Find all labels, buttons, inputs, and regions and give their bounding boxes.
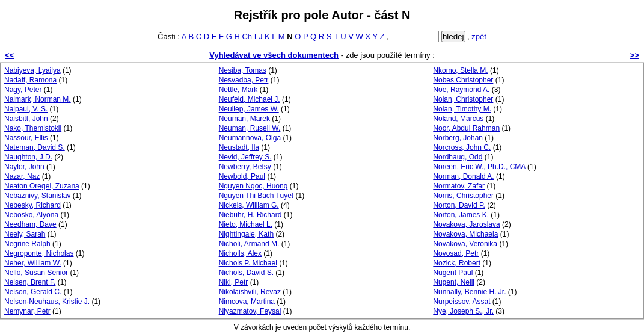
author-link[interactable]: Nozick, Robert: [433, 259, 480, 267]
author-link[interactable]: Nadaff, Ramona: [4, 76, 57, 84]
author-link[interactable]: Nabiyeva, Lyailya: [4, 66, 61, 75]
part-link-S[interactable]: S: [327, 32, 332, 41]
part-link-W[interactable]: W: [355, 32, 363, 41]
part-link-V[interactable]: V: [348, 32, 354, 41]
author-link[interactable]: Noreen, Eric W., Ph.D., CMA: [433, 162, 525, 171]
author-link[interactable]: Normatov, Zafar: [433, 182, 485, 190]
part-link-R[interactable]: R: [319, 32, 324, 41]
author-link[interactable]: Nguyen Ngoc, Huong: [219, 182, 288, 190]
author-link[interactable]: Neely, Sarah: [4, 230, 45, 238]
author-link[interactable]: Neaton Oregel, Zuzana: [4, 182, 79, 190]
part-link-Ch[interactable]: Ch: [242, 32, 252, 41]
author-link[interactable]: Neustadt, Ila: [219, 143, 259, 152]
part-link-N[interactable]: N: [287, 32, 292, 41]
author-link[interactable]: Naylor, John: [4, 162, 44, 171]
author-link[interactable]: Novosad, Petr: [433, 249, 479, 258]
part-link-U[interactable]: U: [340, 32, 346, 41]
author-link[interactable]: Nako, Themistokli: [4, 124, 61, 132]
author-link[interactable]: Nebesky, Richard: [4, 201, 61, 209]
author-link[interactable]: Norman, Donald A.: [433, 172, 494, 181]
search-button[interactable]: hledej: [441, 31, 465, 42]
part-link-G[interactable]: G: [226, 32, 232, 41]
author-link[interactable]: Nelson, Gerald C.: [4, 288, 61, 296]
part-link-C[interactable]: C: [196, 32, 201, 41]
author-link[interactable]: Nichols, David S.: [219, 268, 274, 277]
author-link[interactable]: Nassour, Ellis: [4, 134, 48, 142]
author-link[interactable]: Norton, James K.: [433, 211, 489, 219]
next-link[interactable]: >>: [630, 51, 639, 60]
author-link[interactable]: Nobes Christopher: [433, 76, 493, 84]
author-link[interactable]: Nesvadba, Petr: [219, 76, 269, 84]
author-link[interactable]: Norton, David P.: [433, 201, 485, 209]
part-link-M[interactable]: M: [278, 32, 285, 41]
author-link[interactable]: Neuman, Marek: [219, 114, 270, 123]
author-link[interactable]: Nemynar, Petr: [4, 307, 51, 315]
part-link-X[interactable]: X: [365, 32, 370, 41]
part-link-P[interactable]: P: [303, 32, 308, 41]
author-link[interactable]: Neufeld, Michael J.: [219, 95, 280, 104]
author-link[interactable]: Negroponte, Nicholas: [4, 249, 73, 258]
prev-link[interactable]: <<: [5, 51, 14, 60]
part-link-J[interactable]: J: [259, 32, 263, 41]
author-link[interactable]: Nichols P. Michael: [219, 259, 277, 267]
author-link[interactable]: Nolan, Christopher: [433, 95, 493, 104]
author-link[interactable]: Norberg, Johan: [433, 134, 483, 142]
author-link[interactable]: Noor, Abdul Rahman: [433, 124, 500, 132]
author-link[interactable]: Neuman, Rusell W.: [219, 124, 281, 132]
author-link[interactable]: Nicholls, Alex: [219, 249, 262, 258]
author-link[interactable]: Nikl, Petr: [219, 278, 248, 286]
author-link[interactable]: Negrine Ralph: [4, 240, 51, 248]
author-link[interactable]: Neher, William W.: [4, 259, 61, 267]
author-link[interactable]: Nebaznivy, Stanislav: [4, 191, 71, 200]
author-link[interactable]: Nolan, Timothy M.: [433, 105, 491, 113]
author-link[interactable]: Naisbitt, John: [4, 114, 48, 123]
search-docs-link[interactable]: Vyhledávat ve všech dokumentech: [209, 51, 339, 60]
part-link-H[interactable]: H: [234, 32, 239, 41]
author-link[interactable]: Noland, Marcus: [433, 114, 483, 123]
author-link[interactable]: Nimcova, Martina: [219, 297, 275, 306]
author-link[interactable]: Nettle, Mark: [219, 85, 258, 94]
author-link[interactable]: Nazar, Naz: [4, 172, 40, 181]
author-link[interactable]: Neuliep, James W.: [219, 105, 279, 113]
author-link[interactable]: Nicholi, Armand M.: [219, 240, 280, 248]
author-link[interactable]: Nordhaug, Odd: [433, 153, 482, 161]
part-link-Z[interactable]: Z: [380, 32, 385, 41]
author-link[interactable]: Nugent Paul: [433, 268, 473, 277]
author-link[interactable]: Nunnally, Bennie H. Jr.: [433, 288, 506, 296]
author-link[interactable]: Nurpeissov, Assat: [433, 297, 490, 306]
author-link[interactable]: Nagy, Peter: [4, 85, 41, 94]
author-link[interactable]: Naipaul, V. S.: [4, 105, 48, 113]
author-link[interactable]: Niyazmatov, Feysal: [219, 307, 281, 315]
author-link[interactable]: Nguyen Thi Bach Tuyet: [219, 191, 294, 200]
part-link-F[interactable]: F: [219, 32, 224, 41]
author-link[interactable]: Nebosko, Alyona: [4, 211, 58, 219]
author-link[interactable]: Naughton, J.D.: [4, 153, 52, 161]
author-link[interactable]: Nugent, Neill: [433, 278, 474, 286]
author-link[interactable]: Niebuhr, H. Richard: [219, 211, 282, 219]
author-link[interactable]: Nkomo, Stella M.: [433, 66, 488, 75]
author-link[interactable]: Nesiba, Tomas: [219, 66, 266, 75]
part-link-E[interactable]: E: [212, 32, 217, 41]
part-link-T[interactable]: T: [334, 32, 339, 41]
author-link[interactable]: Nieto, Michael L.: [219, 220, 272, 229]
author-link[interactable]: Nightingale, Kath: [219, 230, 274, 238]
part-link-O[interactable]: O: [295, 32, 301, 41]
search-input[interactable]: [391, 31, 439, 42]
author-link[interactable]: Norris, Christopher: [433, 191, 494, 200]
back-link[interactable]: zpět: [471, 32, 486, 41]
author-link[interactable]: Nevid, Jeffrey S.: [219, 153, 272, 161]
author-link[interactable]: Needham, Dave: [4, 220, 57, 229]
part-link-I[interactable]: I: [254, 32, 257, 41]
author-link[interactable]: Novakova, Veronika: [433, 240, 497, 248]
author-link[interactable]: Novakova, Jaroslava: [433, 220, 500, 229]
author-link[interactable]: Nello, Susan Senior: [4, 268, 68, 277]
part-link-A[interactable]: A: [182, 32, 186, 41]
author-link[interactable]: Novakova, Michaela: [433, 230, 498, 238]
author-link[interactable]: Nelson-Neuhaus, Kristie J.: [4, 297, 90, 306]
author-link[interactable]: Neumannova, Olga: [219, 134, 281, 142]
author-link[interactable]: Naimark, Norman M.: [4, 95, 71, 104]
author-link[interactable]: Noe, Raymond A.: [433, 85, 489, 94]
author-link[interactable]: Nikolaishvili, Revaz: [219, 288, 281, 296]
author-link[interactable]: Nateman, David S.: [4, 143, 65, 152]
author-link[interactable]: Norcross, John C.: [433, 143, 491, 152]
